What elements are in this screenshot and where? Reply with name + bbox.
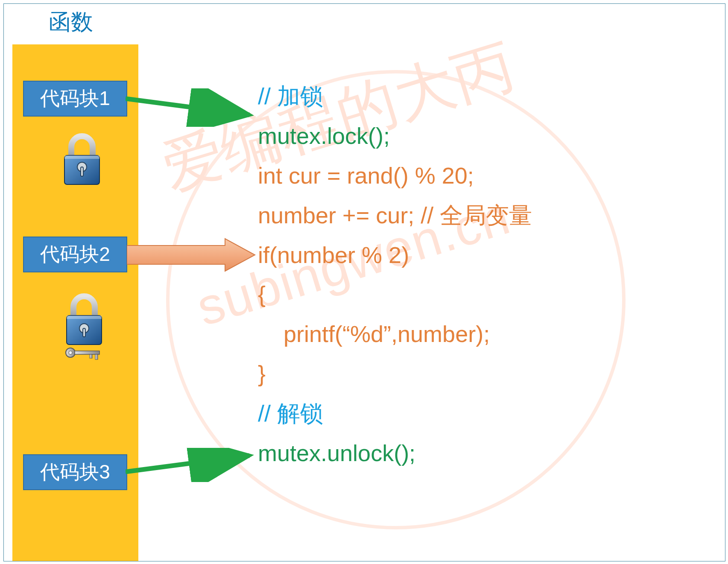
comment-unlock: // 解锁 bbox=[258, 400, 323, 426]
lock-with-key-icon bbox=[58, 292, 110, 362]
code-line-brace-open: { bbox=[258, 281, 266, 307]
column-title: 函数 bbox=[49, 7, 93, 37]
svg-rect-1 bbox=[64, 155, 99, 159]
lock-closed-icon bbox=[58, 132, 105, 187]
svg-rect-11 bbox=[90, 354, 92, 358]
code-line-rand: int cur = rand() % 20; bbox=[258, 163, 474, 188]
code-block-1: 代码块1 bbox=[23, 81, 127, 117]
code-line-brace-close: } bbox=[258, 361, 266, 386]
svg-rect-12 bbox=[95, 354, 98, 359]
code-line-if: if(number % 2) bbox=[258, 242, 409, 268]
svg-rect-3 bbox=[81, 167, 83, 176]
svg-point-9 bbox=[69, 351, 72, 354]
code-block-3: 代码块3 bbox=[23, 454, 127, 490]
comment-lock: // 加锁 bbox=[258, 83, 323, 109]
code-line-printf: printf(“%d”,number); bbox=[258, 321, 490, 347]
svg-rect-7 bbox=[83, 328, 85, 337]
arrow-block2-to-code bbox=[127, 238, 259, 273]
arrow-block3-to-code bbox=[126, 448, 258, 482]
comment-global-var: // 全局变量 bbox=[421, 202, 532, 228]
svg-line-13 bbox=[126, 99, 249, 115]
code-line-number-assign: number += cur; bbox=[258, 202, 421, 228]
svg-line-14 bbox=[126, 456, 249, 472]
code-block-2: 代码块2 bbox=[23, 237, 127, 272]
code-line-unlock: mutex.unlock(); bbox=[258, 440, 415, 466]
diagram-frame: 爱编程的大丙 subingwen.cn 函数 代码块1 代码块2 代码块3 bbox=[3, 3, 725, 561]
code-line-lock: mutex.lock(); bbox=[258, 123, 390, 149]
svg-rect-5 bbox=[67, 316, 102, 319]
code-listing: // 加锁 mutex.lock(); int cur = rand() % 2… bbox=[258, 76, 532, 473]
svg-rect-10 bbox=[75, 351, 99, 354]
arrow-block1-to-code bbox=[126, 88, 258, 127]
